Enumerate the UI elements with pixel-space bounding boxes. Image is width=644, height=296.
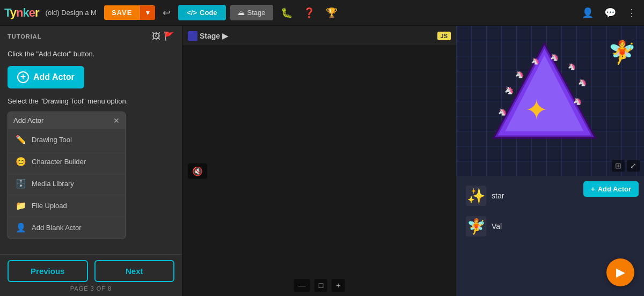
add-actor-button[interactable]: + Add Actor xyxy=(583,181,639,197)
center-stage: Stage ▶ JS 🔇 — □ + xyxy=(182,26,456,296)
community-button[interactable]: 🏆 xyxy=(323,5,341,21)
tutorial-panel: TUTORIAL 🖼 🚩 Click the "Add Actor" butto… xyxy=(0,26,182,296)
save-btn-group[interactable]: SAVE ▼ xyxy=(104,5,155,20)
topbar: Tynker (old) Design a M SAVE ▼ ↩ </> Cod… xyxy=(0,0,644,26)
plus-circle-icon: + xyxy=(17,71,29,83)
project-title: (old) Design a M xyxy=(46,9,97,17)
add-actor-demo-label: Add Actor xyxy=(33,72,75,82)
popup-item-file-upload[interactable]: 📁 File Upload xyxy=(8,195,125,217)
help-button[interactable]: ❓ xyxy=(300,5,318,21)
code-icon: </> xyxy=(187,9,197,17)
stage-shrink-button[interactable]: — xyxy=(294,279,310,292)
actor-name-val: Val xyxy=(492,222,502,231)
actor-name-star: star xyxy=(492,191,504,200)
svg-text:✦: ✦ xyxy=(525,94,548,125)
nav-buttons: Previous Next xyxy=(8,260,174,282)
preview-expand-button[interactable]: ⤢ xyxy=(627,160,640,172)
step2-instruction: Select the "Drawing Tool" menu option. xyxy=(8,96,174,107)
preview-expand-controls: ⊞ ⤢ xyxy=(612,160,640,172)
drawing-tool-label: Drawing Tool xyxy=(32,135,72,145)
triangle-character: ✦ 🦄 🦄 🦄 🦄 🦄 🦄 🦄 🦄 xyxy=(488,39,601,146)
actor-thumb-val: 🧚 xyxy=(466,216,486,236)
svg-text:🦄: 🦄 xyxy=(573,97,582,106)
media-library-icon: 🗄️ xyxy=(16,177,26,190)
stage-color-block xyxy=(188,31,197,41)
popup-item-media-library[interactable]: 🗄️ Media Library xyxy=(8,173,125,195)
save-dropdown-button[interactable]: ▼ xyxy=(140,6,155,20)
stage-bottom-controls: — □ + xyxy=(294,279,345,292)
popup-header: Add Actor ✕ xyxy=(8,112,125,129)
val-character: 🧚 xyxy=(608,39,636,65)
game-preview: ✦ 🦄 🦄 🦄 🦄 🦄 🦄 🦄 🦄 🧚 ⊞ ⤢ xyxy=(456,26,644,176)
add-actor-demo-button[interactable]: + Add Actor xyxy=(8,66,84,88)
blank-actor-label: Add Blank Actor xyxy=(32,223,82,233)
svg-text:🦄: 🦄 xyxy=(578,78,587,87)
js-badge: JS xyxy=(437,32,451,40)
next-button[interactable]: Next xyxy=(94,260,175,282)
preview-grid-button[interactable]: ⊞ xyxy=(612,160,625,172)
svg-text:🦄: 🦄 xyxy=(504,86,514,95)
main-layout: TUTORIAL 🖼 🚩 Click the "Add Actor" butto… xyxy=(0,26,644,296)
profile-button[interactable]: 👤 xyxy=(579,5,597,21)
step1-instruction: Click the "Add Actor" button. xyxy=(8,49,174,60)
messages-button[interactable]: 💬 xyxy=(601,5,619,21)
previous-button[interactable]: Previous xyxy=(8,260,88,282)
mute-button[interactable]: 🔇 xyxy=(188,164,207,179)
svg-text:🦄: 🦄 xyxy=(515,70,524,79)
save-button[interactable]: SAVE xyxy=(104,5,140,20)
play-button[interactable]: ▶ xyxy=(606,258,634,286)
page-indicator: PAGE 3 OF 8 xyxy=(8,285,174,292)
code-button[interactable]: </> Code xyxy=(178,5,225,20)
stage-arrow-icon: ▶ xyxy=(222,32,228,40)
svg-text:🦄: 🦄 xyxy=(531,57,539,65)
stage-label: Stage ▶ xyxy=(188,31,228,41)
popup-item-drawing-tool[interactable]: ✏️ Drawing Tool xyxy=(8,129,125,151)
stage-button[interactable]: ⛰ Stage xyxy=(230,5,273,20)
logo[interactable]: Tynker xyxy=(4,6,39,20)
undo-button[interactable]: ↩ xyxy=(159,5,174,21)
add-actor-plus-icon: + xyxy=(591,185,595,193)
bug-button[interactable]: 🐛 xyxy=(277,5,296,21)
popup-item-character-builder[interactable]: 😊 Character Builder xyxy=(8,151,125,173)
svg-text:🦄: 🦄 xyxy=(568,62,576,70)
media-library-label: Media Library xyxy=(32,179,74,189)
file-upload-icon: 📁 xyxy=(16,199,26,212)
add-actor-button-label: Add Actor xyxy=(598,185,631,193)
actor-thumb-star: ✨ xyxy=(466,186,486,206)
triangle-svg: ✦ 🦄 🦄 🦄 🦄 🦄 🦄 🦄 🦄 xyxy=(488,39,601,144)
svg-text:🦄: 🦄 xyxy=(550,53,559,62)
stage-toolbar: Stage ▶ JS xyxy=(182,26,456,46)
tutorial-nav: Previous Next PAGE 3 OF 8 xyxy=(0,254,182,296)
tutorial-image-button[interactable]: 🖼 xyxy=(152,31,160,41)
file-upload-label: File Upload xyxy=(32,201,67,211)
stage-canvas: 🔇 — □ + xyxy=(182,46,456,296)
tutorial-content: Click the "Add Actor" button. + Add Acto… xyxy=(0,45,182,254)
character-builder-icon: 😊 xyxy=(16,156,26,168)
popup-title: Add Actor xyxy=(13,115,43,126)
drawing-tool-icon: ✏️ xyxy=(16,134,26,146)
tutorial-label: TUTORIAL xyxy=(8,33,148,40)
more-menu-button[interactable]: ⋮ xyxy=(624,5,640,21)
tutorial-flag-button[interactable]: 🚩 xyxy=(164,31,174,41)
svg-text:🦄: 🦄 xyxy=(498,107,507,116)
stage-fit-button[interactable]: □ xyxy=(314,279,327,292)
mountain-icon: ⛰ xyxy=(238,9,245,17)
actor-item-val[interactable]: 🧚 Val xyxy=(460,212,640,241)
blank-actor-icon: 👤 xyxy=(16,221,26,234)
right-panel: ✦ 🦄 🦄 🦄 🦄 🦄 🦄 🦄 🦄 🧚 ⊞ ⤢ xyxy=(456,26,644,296)
tutorial-header: TUTORIAL 🖼 🚩 xyxy=(0,26,182,45)
tutorial-icon-group: 🖼 🚩 xyxy=(152,31,174,41)
stage-expand-button[interactable]: + xyxy=(332,279,345,292)
add-actor-popup: Add Actor ✕ ✏️ Drawing Tool 😊 Character … xyxy=(8,112,126,239)
popup-item-blank-actor[interactable]: 👤 Add Blank Actor xyxy=(8,217,125,239)
character-builder-label: Character Builder xyxy=(32,157,86,167)
popup-close-button[interactable]: ✕ xyxy=(113,116,120,125)
